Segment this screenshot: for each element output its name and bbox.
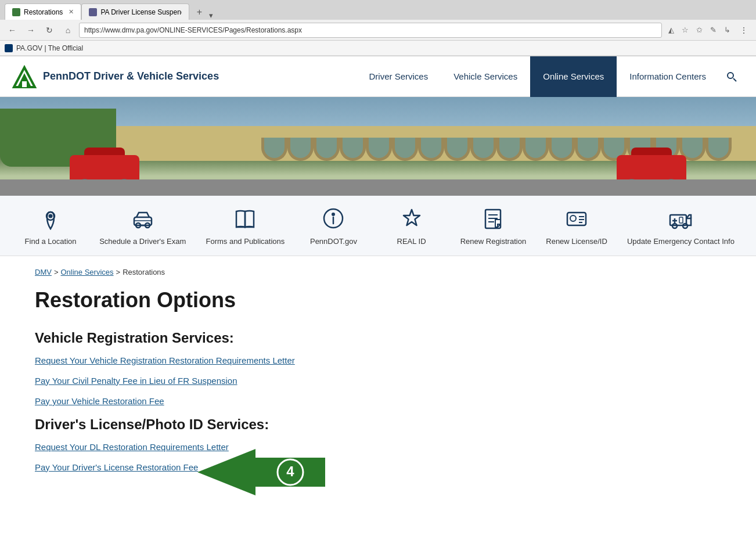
site-header: PennDOT Driver & Vehicle Services Driver… bbox=[0, 56, 756, 97]
share-icon[interactable]: ↳ bbox=[721, 24, 733, 36]
svg-text:4: 4 bbox=[286, 463, 294, 479]
browser-chrome: Restorations ✕ PA Driver License Suspend… bbox=[0, 0, 756, 56]
hero-arch bbox=[392, 138, 418, 161]
quick-link-find-location[interactable]: Find a Location bbox=[21, 204, 80, 247]
reload-button[interactable]: ↻ bbox=[42, 23, 57, 38]
svg-marker-34 bbox=[197, 449, 325, 495]
bookmark-icon[interactable]: ☆ bbox=[679, 24, 691, 36]
quick-link-drivers-exam-label: Schedule a Driver's Exam bbox=[99, 237, 186, 247]
hero-arch bbox=[340, 138, 366, 161]
quick-link-real-id[interactable]: REAL ID bbox=[383, 204, 441, 247]
favorites-icon[interactable]: ✩ bbox=[693, 24, 705, 36]
tab-label: Restorations bbox=[24, 8, 63, 16]
breadcrumb-dmv[interactable]: DMV bbox=[35, 268, 52, 276]
hero-image bbox=[0, 97, 756, 196]
hero-arch bbox=[418, 138, 444, 161]
quick-link-real-id-label: REAL ID bbox=[397, 237, 426, 247]
section-title-vehicle: Vehicle Registration Services: bbox=[35, 330, 488, 346]
hero-arch bbox=[523, 138, 549, 161]
hero-arch bbox=[366, 138, 392, 161]
link-registration-requirements[interactable]: Request Your Vehicle Registration Restor… bbox=[35, 355, 488, 365]
nav-online-services[interactable]: Online Services bbox=[530, 56, 617, 97]
tab-pa-driver[interactable]: PA Driver License Suspende bbox=[81, 3, 189, 20]
search-icon bbox=[726, 71, 737, 82]
tab-close-btn[interactable]: ✕ bbox=[69, 8, 74, 16]
car-body-2 bbox=[617, 155, 686, 181]
tab-dropdown-btn[interactable]: ▾ bbox=[209, 11, 213, 20]
quick-link-emergency-label: Update Emergency Contact Info bbox=[627, 237, 735, 247]
hero-arch bbox=[287, 138, 314, 161]
location-pin-icon bbox=[37, 204, 64, 232]
main-nav: Driver Services Vehicle Services Online … bbox=[356, 56, 744, 97]
reader-mode-icon[interactable]: ◭ bbox=[665, 24, 677, 36]
link-dl-restoration-fee[interactable]: Pay Your Driver's License Restoration Fe… bbox=[35, 462, 198, 472]
book-open-icon bbox=[231, 204, 259, 232]
ambulance-icon bbox=[667, 204, 694, 232]
back-button[interactable]: ← bbox=[5, 23, 20, 38]
quick-link-emergency-contact[interactable]: Update Emergency Contact Info bbox=[627, 204, 735, 247]
svg-point-4 bbox=[728, 73, 733, 78]
quick-link-forms-label: Forms and Publications bbox=[206, 237, 285, 247]
link-vehicle-restoration-fee[interactable]: Pay your Vehicle Restoration Fee bbox=[35, 396, 488, 406]
fav-site-icon bbox=[5, 44, 13, 52]
breadcrumb-sep-2: > bbox=[116, 268, 121, 276]
site-logo[interactable]: PennDOT Driver & Vehicle Services bbox=[12, 64, 219, 89]
address-icons: ◭ ☆ ✩ ✎ ↳ bbox=[665, 24, 733, 36]
star-icon bbox=[398, 204, 426, 232]
hero-arch bbox=[261, 138, 287, 161]
breadcrumb-sep-1: > bbox=[54, 268, 59, 276]
pen-icon[interactable]: ✎ bbox=[707, 24, 719, 36]
hero-arch bbox=[496, 138, 523, 161]
breadcrumb: DMV > Online Services > Restorations bbox=[35, 268, 488, 276]
quick-link-penndot[interactable]: PennDOT.gov bbox=[304, 204, 362, 247]
nav-information-centers[interactable]: Information Centers bbox=[617, 56, 719, 97]
svg-point-7 bbox=[49, 215, 52, 218]
info-circle-icon bbox=[319, 204, 347, 232]
address-bar-row: ← → ↻ ⌂ https://www.dmv.pa.gov/ONLINE-SE… bbox=[0, 20, 756, 41]
quick-link-renew-license[interactable]: Renew License/ID bbox=[546, 204, 607, 247]
quick-link-renew-reg-label: Renew Registration bbox=[460, 237, 526, 247]
svg-point-24 bbox=[570, 215, 576, 221]
tab-restorations[interactable]: Restorations ✕ bbox=[5, 3, 81, 20]
home-button[interactable]: ⌂ bbox=[60, 23, 75, 38]
svg-rect-3 bbox=[22, 81, 27, 87]
address-bar[interactable]: https://www.dmv.pa.gov/ONLINE-SERVICES/P… bbox=[79, 23, 662, 38]
link-civil-penalty[interactable]: Pay Your Civil Penalty Fee in Lieu of FR… bbox=[35, 376, 488, 386]
penndot-logo-icon bbox=[12, 64, 37, 89]
quick-link-penndot-label: PennDOT.gov bbox=[310, 237, 357, 247]
link-dl-fee-container: Pay Your Driver's License Restoration Fe… bbox=[35, 462, 198, 473]
page-title: Restoration Options bbox=[35, 288, 488, 312]
forward-button[interactable]: → bbox=[23, 23, 38, 38]
document-lines-icon bbox=[479, 204, 507, 232]
search-button[interactable] bbox=[719, 56, 744, 97]
favorites-bar: PA.GOV | The Official bbox=[0, 41, 756, 56]
tab-label-2: PA Driver License Suspende bbox=[100, 8, 182, 16]
settings-button[interactable]: ⋮ bbox=[736, 23, 751, 38]
hero-arch bbox=[549, 138, 575, 161]
address-text: https://www.dmv.pa.gov/ONLINE-SERVICES/P… bbox=[84, 26, 302, 34]
breadcrumb-online-services[interactable]: Online Services bbox=[60, 268, 113, 276]
hero-arch bbox=[314, 138, 340, 161]
page-wrapper: PennDOT Driver & Vehicle Services Driver… bbox=[0, 56, 756, 496]
tab-favicon-2 bbox=[89, 8, 97, 16]
quick-link-renew-license-label: Renew License/ID bbox=[546, 237, 607, 247]
nav-vehicle-services[interactable]: Vehicle Services bbox=[441, 56, 530, 97]
quick-link-forms[interactable]: Forms and Publications bbox=[206, 204, 285, 247]
quick-link-drivers-exam[interactable]: Schedule a Driver's Exam bbox=[99, 204, 186, 247]
car-front-icon bbox=[129, 204, 157, 232]
hero-arch bbox=[575, 138, 601, 161]
quick-link-find-location-label: Find a Location bbox=[25, 237, 77, 247]
car-body-1 bbox=[70, 155, 139, 181]
breadcrumb-current: Restorations bbox=[123, 268, 165, 276]
new-tab-button[interactable]: + bbox=[192, 5, 207, 20]
nav-driver-services[interactable]: Driver Services bbox=[356, 56, 441, 97]
annotation-arrow: 4 bbox=[197, 446, 325, 496]
quick-link-renew-registration[interactable]: Renew Registration bbox=[460, 204, 526, 247]
section-title-dl: Driver's License/Photo ID Services: bbox=[35, 416, 488, 433]
hero-arch bbox=[705, 138, 732, 161]
svg-point-17 bbox=[332, 213, 334, 215]
site-logo-text: PennDOT Driver & Vehicle Services bbox=[43, 70, 219, 82]
tab-favicon bbox=[12, 8, 20, 16]
favorites-label: PA.GOV | The Official bbox=[16, 44, 83, 52]
svg-line-5 bbox=[733, 78, 736, 81]
